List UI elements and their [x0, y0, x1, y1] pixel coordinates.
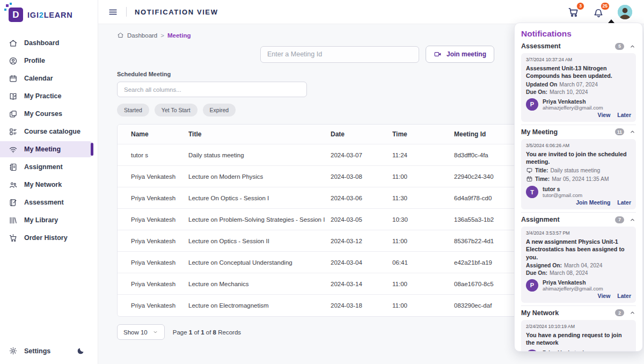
filter-chip-yet-to-start[interactable]: Yet To Start [155, 104, 197, 117]
page-info: Page 1 of 1 of 8 Records [173, 329, 241, 336]
sidebar-item-my-meeting[interactable]: My Meeting [0, 141, 93, 157]
field-label: Due On: [526, 89, 547, 95]
assessment-icon [9, 198, 18, 207]
page-size-label: Show 10 [123, 329, 148, 336]
action-later[interactable]: Later [617, 199, 631, 206]
cell-time: 06:41 [392, 259, 454, 266]
cell-name: Priya Venkatesh [118, 216, 188, 223]
notif-count-badge: 11 [615, 128, 624, 135]
notif-section-title: Assessment [521, 42, 561, 50]
page-info-segment: Records [216, 329, 241, 336]
join-meeting-button[interactable]: Join meeting [426, 46, 494, 63]
field-label: Due On: [526, 270, 547, 276]
cell-title: Lecture on Electromagnetism [188, 302, 331, 309]
action-join-meeting[interactable]: Join Meeting [576, 199, 610, 206]
notif-section-title: Assignment [521, 216, 560, 223]
moon-icon[interactable] [76, 347, 85, 355]
action-view[interactable]: View [598, 293, 611, 299]
notification-timestamp: 3/4/2024 3:53:57 PM [526, 230, 631, 236]
chevron-down-icon [152, 329, 158, 335]
user-email: ahimazjeffery@gmail.com [543, 105, 603, 111]
sidebar-item-label: Course catalogue [24, 128, 80, 135]
notification-card: 3/4/2024 3:53:57 PMA new assignment Phys… [521, 227, 636, 303]
sidebar-item-calendar[interactable]: Calendar [0, 70, 93, 86]
cell-date: 2024-03-14 [331, 281, 392, 287]
notification-timestamp: 3/5/2024 6:06:26 AM [526, 143, 631, 148]
notif-section-header[interactable]: My Meeting11 [521, 128, 636, 136]
search-input[interactable] [117, 82, 307, 97]
user-initial-avatar: P [526, 350, 538, 352]
breadcrumb-separator: > [160, 32, 164, 39]
notification-field: Time:Mar 05, 2024 11:35 AM [526, 176, 631, 183]
cell-date: 2024-03-06 [331, 195, 392, 201]
sidebar-item-order-history[interactable]: Order History [0, 230, 93, 246]
sidebar-item-my-practice[interactable]: My Practice [0, 88, 93, 104]
action-later[interactable]: Later [617, 293, 631, 299]
field-value: Mar 05, 2024 11:35 AM [552, 176, 609, 182]
notification-timestamp: 3/7/2024 10:37:24 AM [526, 57, 631, 62]
sidebar-item-profile[interactable]: Profile [0, 53, 93, 69]
cell-title: Lecture on Mechanics [188, 281, 331, 287]
topbar-divider [126, 7, 127, 17]
cell-name: Priya Venkatesh [118, 238, 188, 244]
field-value: March 10, 2024 [550, 89, 588, 95]
chevron-up-icon [629, 128, 636, 135]
meeting-id-input[interactable] [260, 46, 419, 63]
sidebar-item-my-network[interactable]: My Network [0, 177, 93, 193]
notification-user: Ttutor stutor@gmail.com [526, 186, 631, 198]
logo-letter: D [12, 10, 19, 20]
cell-time: 11:24 [392, 152, 454, 158]
user-name: tutor s [543, 186, 582, 192]
notification-user: PPriya Venkateshahimazjeffery@gmail.com [526, 98, 631, 111]
sidebar-item-assignment[interactable]: Assignment [0, 159, 93, 175]
notif-section-header[interactable]: Assessment5 [521, 42, 636, 50]
notification-actions: ViewLater [526, 112, 631, 118]
sidebar-item-label: My Network [24, 181, 62, 188]
notifications-panel-title: Notifications [521, 29, 636, 39]
cell-time: 11:30 [392, 195, 454, 201]
avatar[interactable] [618, 5, 632, 19]
filter-chip-started[interactable]: Started [117, 104, 149, 117]
notification-user: PPriya Venkateshahimazjeffery@gmail.com [526, 350, 631, 352]
notification-field: Due On:March 08, 2024 [526, 270, 631, 276]
page-size-select[interactable]: Show 10 [117, 324, 165, 340]
field-label: Title: [535, 168, 548, 173]
topbar-actions: 3 25 [567, 5, 634, 19]
cell-date: 2024-03-07 [331, 152, 392, 158]
courses-icon [9, 110, 18, 119]
cell-date: 2024-03-18 [331, 302, 392, 309]
sidebar-nav: DashboardProfileCalendarMy PracticeMy Co… [0, 35, 98, 246]
user-email: ahimazjeffery@gmail.com [543, 286, 603, 292]
filter-chip-expired[interactable]: Expired [203, 104, 236, 117]
action-view[interactable]: View [598, 112, 611, 118]
cell-name: Priya Venkatesh [118, 281, 188, 287]
sidebar-item-dashboard[interactable]: Dashboard [0, 35, 93, 51]
gear-icon [9, 346, 18, 355]
sidebar-item-course-catalogue[interactable]: Course catalogue [0, 123, 93, 140]
notif-section-header[interactable]: Assignment7 [521, 216, 636, 223]
user-email: tutor@gmail.com [543, 192, 582, 198]
notifications-bell-button[interactable]: 25 [592, 6, 605, 18]
action-later[interactable]: Later [617, 112, 631, 118]
sidebar-item-my-courses[interactable]: My Courses [0, 106, 93, 122]
calendar-clock-icon [526, 176, 533, 183]
sidebar-item-my-library[interactable]: My Library [0, 212, 93, 228]
hamburger-icon[interactable] [108, 7, 118, 17]
user-name: Priya Venkatesh [543, 279, 603, 286]
sidebar-item-settings[interactable]: Settings [0, 346, 98, 355]
notification-message: A new assignment Physics Unit-1 Electros… [526, 238, 631, 261]
page-info-segment: of [204, 329, 213, 336]
notification-message: Assessment Unit-13 Nitrogen Compounds ha… [526, 64, 631, 80]
cell-title: Lecture on Conceptual Understanding [188, 259, 331, 266]
notif-section-header[interactable]: My Network2 [521, 309, 636, 317]
notification-card: 2/24/2024 10:10:19 AMYou have a pending … [521, 320, 636, 352]
breadcrumb-dashboard[interactable]: Dashboard [127, 32, 157, 39]
sidebar-item-assessment[interactable]: Assessment [0, 194, 93, 210]
column-header-title: Title [188, 130, 331, 138]
cart-button[interactable]: 3 [567, 6, 580, 18]
app-logo[interactable]: D IGI2LEARN [0, 0, 98, 22]
field-value: Daily status meeting [550, 168, 600, 173]
column-header-date: Date [331, 130, 392, 138]
notif-section-my-meeting: My Meeting113/5/2024 6:06:26 AMYou are i… [521, 125, 636, 210]
home-icon [117, 32, 124, 39]
